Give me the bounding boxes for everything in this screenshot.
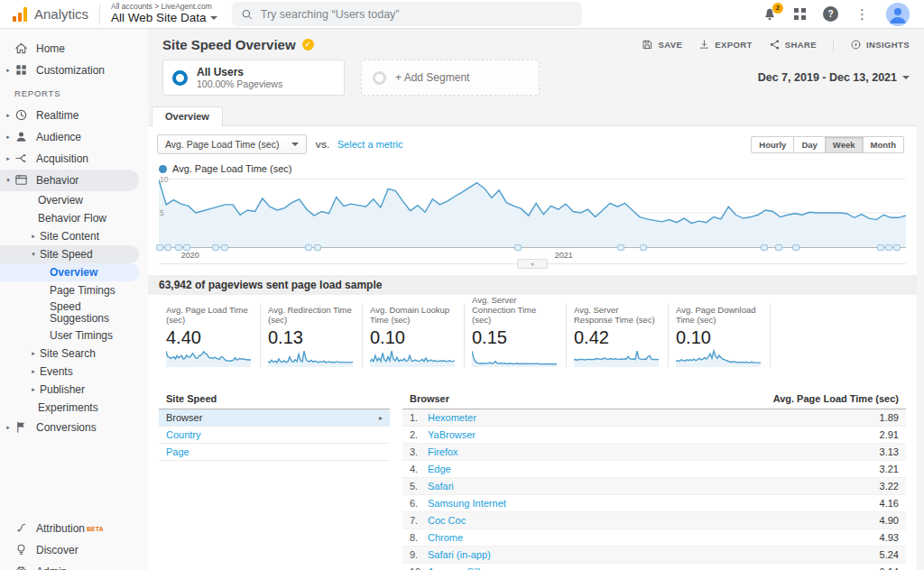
browser-link[interactable]: Coc Coc	[428, 515, 466, 526]
sidebar-item-conversions[interactable]: Conversions	[0, 417, 148, 438]
browser-link[interactable]: Samsung Internet	[428, 498, 506, 509]
browser-link[interactable]: Edge	[428, 464, 451, 474]
segment-all-users[interactable]: All Users 100.00% Pageviews	[162, 60, 345, 96]
browser-link[interactable]: YaBrowser	[428, 429, 476, 440]
analytics-logo-icon[interactable]	[13, 7, 27, 22]
axis-annotation-marker[interactable]	[221, 244, 228, 251]
axis-annotation-marker[interactable]	[885, 244, 892, 251]
granularity-week-button[interactable]: Week	[826, 136, 864, 153]
axis-annotation-marker[interactable]	[156, 244, 163, 251]
scorecard-server-response[interactable]: Avg. Server Response Time (sec) 0.42	[567, 304, 669, 367]
y-axis-tick-5: 5	[160, 208, 164, 217]
export-button[interactable]: EXPORT	[698, 39, 752, 51]
sidebar-item-behavior-overview[interactable]: Overview	[0, 191, 148, 209]
line-chart-canvas	[159, 179, 906, 247]
sidebar-item-home[interactable]: Home	[0, 38, 148, 60]
axis-annotation-marker[interactable]	[893, 244, 901, 251]
sidebar-item-site-content[interactable]: Site Content	[0, 227, 148, 245]
collapse-icon	[2, 177, 14, 184]
share-button[interactable]: SHARE	[769, 39, 817, 51]
sparkline	[268, 349, 353, 367]
granularity-hourly-button[interactable]: Hourly	[751, 136, 794, 153]
sidebar-item-publisher[interactable]: Publisher	[0, 381, 148, 399]
timeseries-chart[interactable]: 10 5 20202021	[159, 179, 906, 275]
scorecard-redirection[interactable]: Avg. Redirection Time (sec) 0.13	[261, 304, 363, 367]
product-name: Analytics	[34, 6, 88, 22]
sidebar-item-speed-suggestions[interactable]: Speed Suggestions	[0, 299, 148, 326]
notifications-bell-icon[interactable]: 2	[762, 7, 777, 22]
sidebar-item-user-timings[interactable]: User Timings	[0, 326, 148, 345]
browser-link[interactable]: Safari (in-app)	[428, 549, 491, 560]
sidebar-item-site-speed-overview[interactable]: Overview	[0, 263, 139, 281]
axis-annotation-marker[interactable]	[775, 244, 782, 251]
chart-legend: Avg. Page Load Time (sec)	[148, 161, 917, 179]
sidebar-item-customization[interactable]: Customization	[0, 60, 148, 81]
scorecard-page-load[interactable]: Avg. Page Load Time (sec) 4.40	[159, 304, 261, 367]
chart-collapse-button[interactable]	[517, 259, 548, 269]
axis-annotation-marker[interactable]	[314, 244, 321, 251]
sidebar-item-experiments[interactable]: Experiments	[0, 399, 148, 417]
axis-annotation-marker[interactable]	[164, 244, 171, 251]
sidebar-item-admin[interactable]: Admin	[0, 561, 148, 570]
lightbulb-icon	[14, 543, 29, 557]
browser-link[interactable]: Hexometer	[428, 412, 476, 423]
browser-link[interactable]: Safari	[428, 481, 454, 492]
granularity-month-button[interactable]: Month	[864, 136, 905, 153]
sidebar-item-events[interactable]: Events	[0, 363, 148, 381]
browser-link[interactable]: Firefox	[428, 446, 458, 457]
sidebar-item-discover[interactable]: Discover	[0, 539, 148, 561]
axis-annotation-marker[interactable]	[183, 244, 190, 251]
dimension-row-page[interactable]: Page	[159, 444, 390, 461]
chevron-right-icon: ▸	[379, 414, 383, 422]
metric-selector-dropdown[interactable]: Avg. Page Load Time (sec)	[157, 134, 307, 154]
scorecard-page-download[interactable]: Avg. Page Download Time (sec) 0.10	[669, 304, 771, 367]
more-options-icon[interactable]: ⋮	[855, 6, 869, 23]
axis-annotation-marker[interactable]	[761, 244, 768, 251]
sidebar-item-attribution[interactable]: Attribution BETA	[0, 518, 148, 539]
sidebar-item-realtime[interactable]: Realtime	[0, 105, 148, 126]
dimension-row-browser[interactable]: Browser ▸	[159, 409, 390, 427]
avatar[interactable]	[886, 3, 910, 26]
granularity-day-button[interactable]: Day	[794, 136, 825, 153]
axis-annotation-marker[interactable]	[514, 244, 522, 251]
sidebar-item-audience[interactable]: Audience	[0, 126, 148, 148]
axis-annotation-marker[interactable]	[212, 244, 219, 251]
insights-button[interactable]: INSIGHTS	[850, 39, 910, 51]
sidebar-item-site-search[interactable]: Site Search	[0, 345, 148, 363]
axis-annotation-marker[interactable]	[877, 244, 884, 251]
account-switcher[interactable]: All accounts > LiveAgent.com All Web Sit…	[111, 3, 217, 24]
axis-annotation-marker[interactable]	[305, 244, 312, 251]
help-icon[interactable]: ?	[823, 6, 838, 22]
expand-icon	[27, 368, 40, 375]
global-search[interactable]	[232, 2, 582, 26]
date-range-selector[interactable]: Dec 7, 2019 - Dec 13, 2021	[758, 71, 910, 84]
property-name: All Web Site Data	[111, 12, 207, 25]
sidebar-item-behavior-flow[interactable]: Behavior Flow	[0, 209, 148, 227]
sidebar-item-page-timings[interactable]: Page Timings	[0, 281, 148, 299]
save-button[interactable]: SAVE	[642, 39, 682, 51]
browser-link[interactable]: Amazon Silk	[428, 566, 483, 570]
tab-overview[interactable]: Overview	[152, 106, 223, 126]
table-row: 9.Safari (in-app)5.24	[402, 547, 906, 564]
select-metric-link[interactable]: Select a metric	[337, 139, 403, 150]
sidebar-item-acquisition[interactable]: Acquisition	[0, 148, 148, 170]
table-row: 1.Hexometer1.89	[402, 409, 906, 427]
sidebar-item-behavior[interactable]: Behavior	[0, 170, 139, 191]
apps-grid-icon[interactable]	[794, 8, 806, 20]
add-segment-button[interactable]: + Add Segment	[361, 60, 540, 96]
scorecard-server-connection[interactable]: Avg. Server Connection Time (sec) 0.15	[465, 304, 567, 367]
expand-icon	[2, 155, 14, 162]
chevron-down-icon	[902, 76, 910, 79]
axis-annotation-marker[interactable]	[792, 244, 799, 251]
axis-annotation-marker[interactable]	[617, 244, 624, 251]
sidebar-item-site-speed[interactable]: Site Speed	[0, 245, 139, 263]
sparkline	[370, 349, 455, 367]
table-row: 8.Chrome4.93	[402, 529, 906, 547]
dimension-row-country[interactable]: Country	[159, 427, 390, 444]
search-input[interactable]	[261, 8, 573, 21]
axis-annotation-marker[interactable]	[640, 244, 647, 251]
browser-link[interactable]: Chrome	[428, 532, 463, 543]
beta-badge: BETA	[87, 526, 104, 532]
scorecard-domain-lookup[interactable]: Avg. Domain Lookup Time (sec) 0.10	[363, 304, 465, 367]
axis-annotation-marker[interactable]	[175, 244, 182, 251]
